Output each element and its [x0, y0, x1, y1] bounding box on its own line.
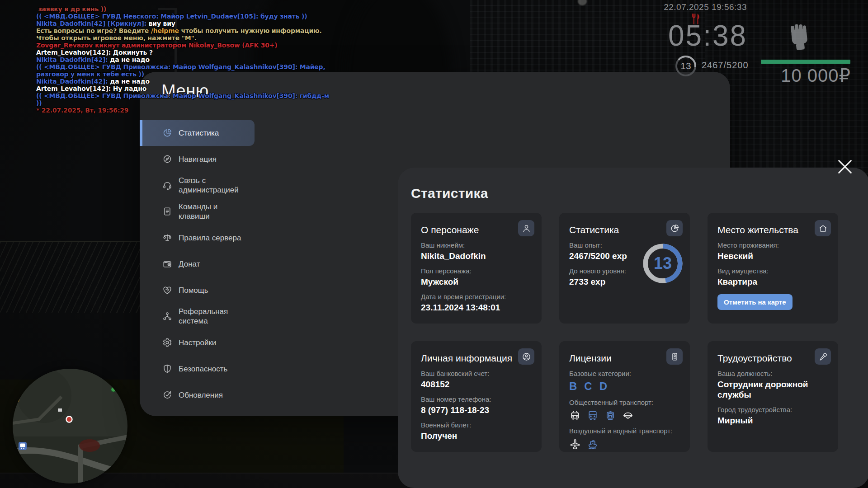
yellow-blip — [14, 397, 19, 403]
ship-icon — [587, 438, 599, 450]
scales-icon — [162, 233, 172, 243]
level-progress-ring: 13 — [642, 243, 684, 284]
sidebar-item-admin-contact[interactable]: Связь с администрацией — [140, 172, 255, 198]
ring-level-value: 13 — [642, 243, 684, 284]
chat-line: * 22.07.2025, Вт, 19:56:29 — [36, 107, 362, 114]
field-value: Nikita_Dadofkin — [421, 251, 532, 261]
sidebar-item-label: Правила сервера — [179, 233, 241, 243]
hammer-icon — [815, 348, 831, 365]
bus-stop-gps — [19, 442, 27, 450]
chat-line: Artem_Levahov[142]: Ну ладно — [36, 85, 362, 92]
sidebar-item-donate[interactable]: Донат — [140, 251, 255, 277]
card-title: Личная информация — [421, 353, 532, 364]
chat-line: Nikita_Dadofkin[42] [Крикнул]: виу виу — [36, 20, 362, 27]
field-value: Квартира — [717, 277, 828, 287]
field-label: Город трудоустройства: — [717, 406, 828, 413]
chat-text: Есть вопросы по игре? Введите — [36, 27, 151, 34]
license-icons — [569, 438, 680, 450]
chat-line: Nikita_Dadofkin[42]: да не надо — [36, 78, 362, 85]
bus-icon — [587, 409, 599, 421]
trolleybus-icon — [569, 409, 581, 421]
card-licenses: ЛицензииБазовые категории:BCDОбщественны… — [559, 341, 690, 452]
field-label: Вид имущества: — [717, 267, 828, 275]
user-icon — [518, 220, 534, 236]
field-label: Ваша должность: — [717, 370, 828, 377]
card-title: Лицензии — [569, 353, 680, 364]
card-stats: СтатистикаВаш опыт:2467/5200 expДо новог… — [559, 213, 690, 324]
gear-icon — [162, 338, 172, 347]
card-title: Трудоустройство — [717, 353, 828, 364]
sidebar-item-referral[interactable]: Реферальная система — [140, 303, 255, 329]
field: Ваш банковский счет:408152 — [421, 370, 532, 389]
field-label: Дата и время регистрации: — [421, 293, 532, 300]
sidebar-item-updates[interactable]: Обновления — [140, 382, 255, 408]
field-value: Невский — [717, 251, 828, 261]
sidebar-item-rules[interactable]: Правила сервера — [140, 225, 255, 251]
menu-content: Статистика О персонажеВаш никнейм:Nikita… — [398, 168, 868, 488]
menu-modal: СтатистикаНавигацияСвязь с администрацие… — [140, 72, 730, 416]
field: Ваш никнейм:Nikita_Dadofkin — [421, 241, 532, 261]
sidebar-item-label: Связь с администрацией — [179, 176, 239, 195]
chat-text: Чтобы открыть игровое меню, нажмите "М". — [36, 34, 197, 42]
field: Вид имущества:Квартира — [717, 267, 828, 287]
sidebar-item-help[interactable]: Помощь — [140, 277, 255, 303]
chat-text: Zovgar_Revazov кикнут администратором Ni… — [36, 42, 278, 49]
chat-line: )) — [36, 99, 362, 107]
sidebar-item-stats[interactable]: Статистика — [140, 120, 255, 146]
field: Город трудоустройства:Мирный — [717, 406, 828, 426]
document-icon — [162, 206, 172, 216]
license-section: Общественный транспорт: — [569, 399, 680, 421]
chat-line: (( <МВД.ОБЩЕЕ> ГУВД Невского: Майор Letv… — [36, 13, 362, 20]
captain-cap-icon — [622, 409, 634, 421]
sidebar-item-label: Статистика — [179, 128, 219, 138]
chat-line: (( <МВД.ОБЩЕЕ> ГУВД Приволжска: Майор Wo… — [36, 92, 362, 99]
field-value: Мирный — [717, 415, 828, 426]
user-circle-icon — [518, 348, 534, 365]
chat-text: разговор у меня к тебе есть )) — [36, 70, 144, 78]
building-marker — [58, 408, 62, 412]
chat-text: /helpme — [151, 27, 179, 34]
chat-text: заявку в др кинь )) — [36, 5, 106, 13]
field-label: Ваш никнейм: — [421, 241, 532, 249]
sidebar-item-navigation[interactable]: Навигация — [140, 146, 255, 172]
field-value: 23.11.2024 13:48:01 — [421, 302, 532, 313]
tram-icon — [604, 409, 616, 421]
minimap — [13, 369, 127, 483]
close-icon[interactable] — [836, 158, 854, 176]
sidebar-item-label: Помощь — [179, 286, 208, 295]
chat-line: (( <МВД.ОБЩЕЕ> ГУВД Приволжска: Майор Wo… — [36, 63, 362, 70]
field: Ваша должность:Сотрудник дорожной службы — [717, 370, 828, 400]
chat-text: * 22.07.2025, Вт, 19:56:29 — [36, 107, 128, 114]
license-section: Базовые категории:BCD — [569, 370, 680, 393]
chat-text: Nikita_Dadofkin[42]: — [36, 56, 110, 63]
chat-text: (( <МВД.ОБЩЕЕ> ГУВД Приволжска: Майор Wo… — [36, 92, 329, 99]
network-icon — [162, 311, 172, 321]
card-title: Статистика — [569, 225, 680, 235]
field: Дата и время регистрации:23.11.2024 13:4… — [421, 293, 532, 313]
sidebar-item-security[interactable]: Безопасность — [140, 356, 255, 382]
player-marker — [66, 417, 72, 422]
field-value: Получен — [421, 431, 532, 441]
chat-text: Nikita_Dadofkin[42]: — [36, 78, 110, 85]
license-section: Воздушный и водный транспорт: — [569, 427, 680, 450]
chat-text: Artem_Levahov[142]: Ну ладно — [36, 85, 146, 92]
field-label: Воздушный и водный транспорт: — [569, 427, 680, 435]
sidebar-item-label: Команды и клавиши — [179, 202, 217, 221]
home-icon — [815, 220, 831, 236]
sidebar-item-settings[interactable]: Настройки — [140, 329, 255, 356]
sidebar-item-commands[interactable]: Команды и клавиши — [140, 198, 255, 225]
chat-line: разговор у меня к тебе есть )) — [36, 70, 362, 78]
field-label: Ваш номер телефона: — [421, 395, 532, 403]
license-letter: C — [584, 380, 592, 393]
field-value: 408152 — [421, 379, 532, 389]
game-screen: заявку в др кинь ))(( <МВД.ОБЩЕЕ> ГУВД Н… — [0, 0, 868, 488]
menu-sidebar: СтатистикаНавигацияСвязь с администрацие… — [140, 120, 255, 408]
field-label: Ваш банковский счет: — [421, 370, 532, 377]
card-job: ТрудоустройствоВаша должность:Сотрудник … — [708, 341, 838, 452]
mark-on-map-button[interactable]: Отметить на карте — [717, 294, 793, 310]
chat-text: (( <МВД.ОБЩЕЕ> ГУВД Невского: Майор Letv… — [36, 13, 307, 20]
chat-text: Nikita_Dadofkin[42] [Крикнул]: — [36, 20, 149, 27]
sidebar-item-label: Обновления — [179, 390, 223, 400]
chat-line: Artem_Levahov[142]: Докинуть ? — [36, 49, 362, 56]
wallet-icon — [162, 259, 172, 269]
